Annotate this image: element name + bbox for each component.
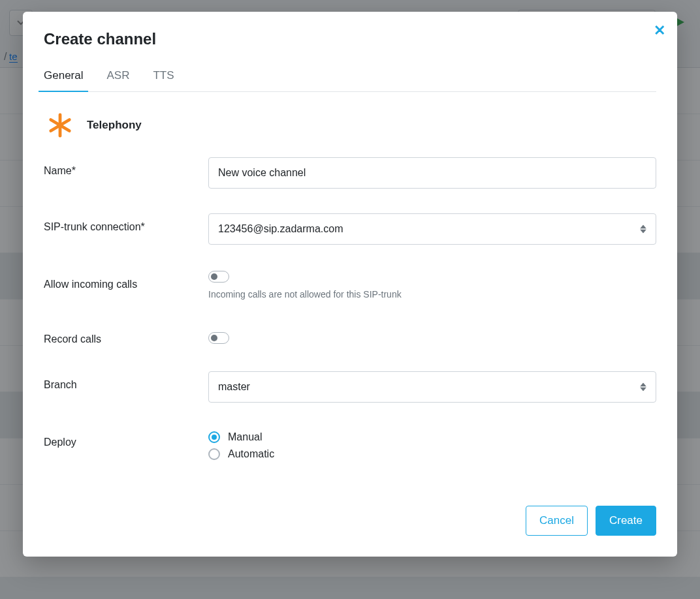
sip-label: SIP-trunk connection* xyxy=(44,213,208,233)
section-title: Telephony xyxy=(87,119,142,132)
field-name: Name* xyxy=(44,143,656,189)
tab-general[interactable]: General xyxy=(44,60,83,91)
branch-select[interactable]: master xyxy=(208,371,656,403)
record-toggle[interactable] xyxy=(208,332,229,344)
radio-icon xyxy=(208,448,220,460)
tab-tts[interactable]: TTS xyxy=(153,60,174,91)
section-telephony: Telephony xyxy=(44,92,656,143)
tabs: General ASR TTS xyxy=(44,60,656,92)
sip-select[interactable]: 123456@sip.zadarma.com xyxy=(208,213,656,245)
record-label: Record calls xyxy=(44,326,208,345)
deploy-auto-label: Automatic xyxy=(228,448,274,460)
modal-title: Create channel xyxy=(44,30,656,48)
caret-icon xyxy=(640,383,646,392)
cancel-button[interactable]: Cancel xyxy=(526,506,588,536)
close-icon[interactable]: ✕ xyxy=(654,22,665,39)
branch-value: master xyxy=(218,381,250,393)
modal-footer: Cancel Create xyxy=(44,506,656,536)
create-button[interactable]: Create xyxy=(596,506,656,536)
deploy-label: Deploy xyxy=(44,429,208,448)
field-deploy: Deploy Manual Automatic xyxy=(44,403,656,465)
deploy-manual-radio[interactable]: Manual xyxy=(208,431,656,443)
modal-overlay: ✕ Create channel General ASR TTS Telepho… xyxy=(0,0,700,599)
name-label: Name* xyxy=(44,157,208,177)
sip-value: 123456@sip.zadarma.com xyxy=(218,223,343,235)
field-sip: SIP-trunk connection* 123456@sip.zadarma… xyxy=(44,189,656,245)
field-branch: Branch master xyxy=(44,345,656,403)
deploy-manual-label: Manual xyxy=(228,431,262,443)
incoming-helper: Incoming calls are not allowed for this … xyxy=(208,289,656,300)
field-record: Record calls xyxy=(44,300,656,345)
telephony-icon xyxy=(48,113,72,138)
deploy-auto-radio[interactable]: Automatic xyxy=(208,448,656,460)
branch-label: Branch xyxy=(44,371,208,391)
create-channel-modal: ✕ Create channel General ASR TTS Telepho… xyxy=(23,12,677,557)
name-input[interactable] xyxy=(208,157,656,189)
field-incoming: Allow incoming calls Incoming calls are … xyxy=(44,245,656,300)
tab-asr[interactable]: ASR xyxy=(106,60,129,91)
radio-icon xyxy=(208,431,220,443)
incoming-label: Allow incoming calls xyxy=(44,271,208,290)
incoming-toggle[interactable] xyxy=(208,271,229,283)
caret-icon xyxy=(640,225,646,234)
